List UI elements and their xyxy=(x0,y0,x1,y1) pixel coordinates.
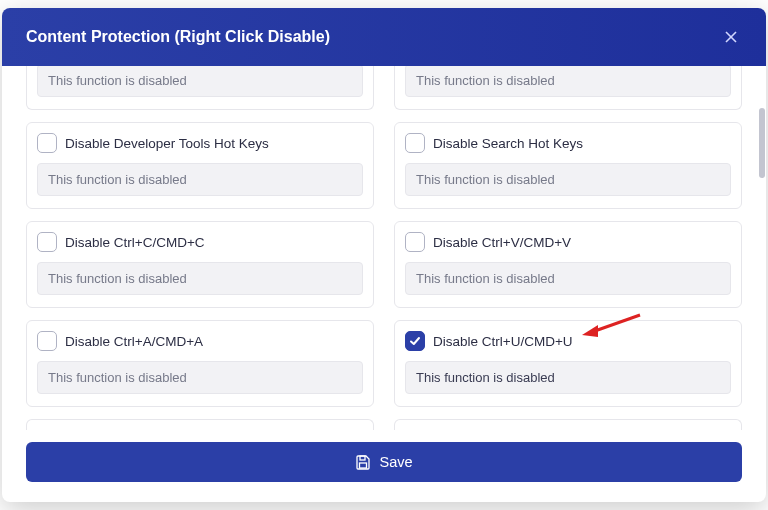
close-button[interactable] xyxy=(720,26,742,48)
option-card-ctrl-h: Disable Ctrl+H/CMD+H xyxy=(394,419,742,430)
option-value[interactable]: This function is disabled xyxy=(405,262,731,295)
option-label: Disable Ctrl+C/CMD+C xyxy=(65,235,205,250)
modal-title: Content Protection (Right Click Disable) xyxy=(26,28,330,46)
save-button[interactable]: Save xyxy=(26,442,742,482)
option-value[interactable]: This function is disabled xyxy=(405,163,731,196)
option-card-ctrl-p: Disable Ctrl+P/CMD+P xyxy=(26,419,374,430)
option-card-ctrl-v: Disable Ctrl+V/CMD+V This function is di… xyxy=(394,221,742,308)
option-card-ctrl-u: Disable Ctrl+U/CMD+U This function is di… xyxy=(394,320,742,407)
modal-header: Content Protection (Right Click Disable) xyxy=(2,8,766,66)
option-card-search: Disable Search Hot Keys This function is… xyxy=(394,122,742,209)
modal-footer: Save xyxy=(2,430,766,502)
options-scroll-area[interactable]: This function is disabled This function … xyxy=(26,66,742,430)
save-icon xyxy=(355,454,371,470)
option-card: This function is disabled xyxy=(394,66,742,110)
save-button-label: Save xyxy=(379,454,412,470)
option-card-ctrl-a: Disable Ctrl+A/CMD+A This function is di… xyxy=(26,320,374,407)
checkbox-search[interactable] xyxy=(405,133,425,153)
option-card: This function is disabled xyxy=(26,66,374,110)
option-value[interactable]: This function is disabled xyxy=(37,262,363,295)
option-card-dev-tools: Disable Developer Tools Hot Keys This fu… xyxy=(26,122,374,209)
checkbox-ctrl-u[interactable] xyxy=(405,331,425,351)
option-label: Disable Ctrl+U/CMD+U xyxy=(433,334,573,349)
checkbox-ctrl-v[interactable] xyxy=(405,232,425,252)
checkbox-ctrl-a[interactable] xyxy=(37,331,57,351)
scrollbar-thumb[interactable] xyxy=(759,108,765,178)
content-protection-modal: Content Protection (Right Click Disable)… xyxy=(2,8,766,502)
option-label: Disable Search Hot Keys xyxy=(433,136,583,151)
options-grid: This function is disabled This function … xyxy=(26,66,742,430)
option-value[interactable]: This function is disabled xyxy=(37,163,363,196)
close-icon xyxy=(724,30,738,44)
checkbox-ctrl-c[interactable] xyxy=(37,232,57,252)
option-label: Disable Ctrl+A/CMD+A xyxy=(65,334,203,349)
svg-rect-2 xyxy=(360,456,365,460)
option-value[interactable]: This function is disabled xyxy=(405,361,731,394)
option-label: Disable Developer Tools Hot Keys xyxy=(65,136,269,151)
option-value[interactable]: This function is disabled xyxy=(405,66,731,97)
modal-body: This function is disabled This function … xyxy=(2,66,766,430)
checkbox-dev-tools[interactable] xyxy=(37,133,57,153)
option-card-ctrl-c: Disable Ctrl+C/CMD+C This function is di… xyxy=(26,221,374,308)
svg-rect-3 xyxy=(360,463,367,468)
option-value[interactable]: This function is disabled xyxy=(37,361,363,394)
option-value[interactable]: This function is disabled xyxy=(37,66,363,97)
option-label: Disable Ctrl+V/CMD+V xyxy=(433,235,571,250)
